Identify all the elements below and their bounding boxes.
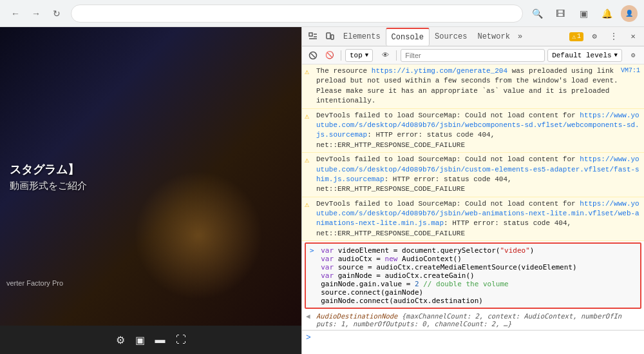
console-warning-1: ⚠ The resource https://i.ytimg.com/gener…	[302, 64, 644, 109]
devtools-inspect-icon[interactable]	[305, 28, 321, 45]
settings-icon[interactable]: ⚙	[116, 334, 125, 346]
prompt-7: >	[310, 297, 314, 305]
prompt-1: >	[310, 246, 314, 255]
nav-buttons: ← → ↻	[6, 5, 66, 23]
code-text-2: var audioCtx = new AudioContext()	[321, 255, 462, 263]
svg-rect-5	[331, 35, 334, 39]
eye-icon[interactable]: 👁	[378, 48, 392, 63]
console-warning-2: ⚠ DevTools failed to load SourceMap: Cou…	[302, 109, 644, 153]
levels-selector[interactable]: Default levels ▼	[547, 49, 622, 62]
code-text-1: var videoElement = document.querySelecto…	[321, 246, 534, 255]
theater-icon[interactable]: ▬	[155, 334, 166, 346]
console-messages[interactable]: ⚠ The resource https://i.ytimg.com/gener…	[302, 64, 644, 354]
warning-count: 1	[577, 33, 581, 40]
console-output: ◀ AudioDestinationNode {maxChannelCount:…	[302, 310, 644, 330]
dt-topbar: Elements Console Sources Network » ⚠ 1 ⚙…	[302, 27, 644, 46]
console-warning-3-text: DevTools failed to load SourceMap: Could…	[316, 155, 640, 195]
avatar[interactable]: 👤	[621, 5, 638, 22]
prompt-2: >	[310, 255, 314, 263]
prompt-4: >	[310, 271, 314, 280]
code-text-7: gainNode.connect(audioCtx.destination)	[321, 297, 483, 305]
toolbar-icons: 🔍 🎞 ▣ 🔔 👤	[528, 5, 638, 23]
address-bar[interactable]	[71, 5, 523, 23]
code-line-5: > gainNode.gain.value = 2 // double the …	[310, 280, 636, 288]
devtools-device-icon[interactable]	[321, 28, 338, 45]
filter-input[interactable]	[401, 49, 545, 62]
console-input-row: >	[302, 330, 644, 344]
more-tabs-icon[interactable]: »	[515, 28, 525, 45]
console-prompt: >	[306, 333, 311, 342]
code-block: > var videoElement = document.querySelec…	[306, 244, 640, 308]
video-watermark: verter Factory Pro	[6, 279, 63, 287]
close-icon[interactable]: ✕	[625, 28, 641, 45]
warning-icon-2: ⚠	[305, 112, 314, 123]
console-warning-2-text: DevTools failed to load SourceMap: Could…	[316, 111, 640, 151]
levels-label: Default levels	[552, 52, 611, 59]
code-line-4: > var gainNode = audioCtx.createGain()	[310, 271, 636, 280]
code-line-6: > source.connect(gainNode)	[310, 288, 636, 297]
reload-button[interactable]: ↻	[48, 5, 66, 23]
toolbar-separator-2	[396, 50, 397, 61]
prompt-6: >	[310, 288, 314, 297]
settings-gear-icon[interactable]: ⚙	[586, 28, 603, 45]
prompt-3: >	[310, 263, 314, 271]
warning-icon-3: ⚠	[305, 155, 314, 166]
devtools-more-icon[interactable]: ⋮	[605, 28, 622, 45]
console-settings-icon[interactable]: ⚙	[626, 48, 640, 63]
warning-link-1[interactable]: https://i.ytimg.com/generate_204	[372, 67, 507, 75]
svg-line-7	[311, 54, 315, 57]
prompt-5: >	[310, 280, 314, 288]
notifications-icon[interactable]: 🔔	[598, 5, 616, 23]
apps-icon[interactable]: ▣	[574, 5, 592, 23]
warning-link-2[interactable]: https://www.youtube.com/s/desktop/4d089b…	[316, 112, 639, 139]
video-icon[interactable]: 🎞	[551, 5, 569, 23]
warning-link-3[interactable]: https://www.youtube.com/s/desktop/4d089b…	[316, 155, 639, 183]
back-button[interactable]: ←	[6, 5, 24, 23]
toolbar-separator-1	[341, 50, 341, 61]
video-text-overlay: スタグラム】 動画形式をご紹介	[0, 155, 97, 198]
network-tab[interactable]: Network	[472, 28, 515, 45]
console-input[interactable]	[314, 333, 640, 342]
forward-button[interactable]: →	[27, 5, 45, 23]
code-line-2: > var audioCtx = new AudioContext()	[310, 255, 636, 263]
filter-icon[interactable]: 🚫	[323, 48, 337, 63]
sources-tab[interactable]: Sources	[430, 28, 472, 45]
video-content: スタグラム】 動画形式をご紹介 verter Factory Pro	[0, 27, 301, 326]
code-line-3: > var source = audioCtx.createMediaEleme…	[310, 263, 636, 271]
location-vm7[interactable]: VM7:1	[621, 66, 640, 75]
code-text-4: var gainNode = audioCtx.createGain()	[321, 271, 474, 280]
console-warning-4-text: DevTools failed to load SourceMap: Could…	[316, 199, 640, 239]
browser-toolbar: ← → ↻ 🔍 🎞 ▣ 🔔 👤	[0, 0, 644, 27]
clear-console-icon[interactable]	[306, 48, 320, 63]
elements-tab[interactable]: Elements	[338, 28, 386, 45]
context-selector[interactable]: top ▼	[345, 49, 373, 62]
main-area: スタグラム】 動画形式をご紹介 verter Factory Pro ⚙ ▣ ▬…	[0, 27, 644, 354]
fullscreen-icon[interactable]: ⛶	[176, 334, 186, 346]
code-text-6: source.connect(gainNode)	[321, 288, 423, 297]
miniplayer-icon[interactable]: ▣	[135, 334, 145, 346]
video-panel: スタグラム】 動画形式をご紹介 verter Factory Pro ⚙ ▣ ▬…	[0, 27, 301, 354]
code-text-3: var source = audioCtx.createMediaElement…	[321, 263, 576, 271]
levels-dropdown-icon: ▼	[614, 52, 618, 59]
warning-badge: ⚠ 1	[569, 32, 583, 41]
warning-icon-4: ⚠	[305, 200, 314, 211]
warning-icon: ⚠	[572, 33, 576, 41]
code-line-7: > gainNode.connect(audioCtx.destination)	[310, 297, 636, 305]
context-value: top	[350, 52, 363, 59]
warning-link-4[interactable]: https://www.youtube.com/s/desktop/4d089b…	[316, 200, 639, 228]
console-warning-4: ⚠ DevTools failed to load SourceMap: Cou…	[302, 197, 644, 242]
video-bg-light	[134, 171, 263, 300]
console-warning-1-text: The resource https://i.ytimg.com/generat…	[316, 66, 640, 106]
console-tab[interactable]: Console	[386, 28, 430, 46]
warning-icon-1: ⚠	[305, 67, 314, 78]
output-arrow: ◀	[306, 312, 314, 320]
console-warning-3: ⚠ DevTools failed to load SourceMap: Cou…	[302, 153, 644, 197]
code-line-1: > var videoElement = document.querySelec…	[310, 246, 636, 255]
svg-rect-0	[309, 33, 312, 36]
dt-top-right: ⚠ 1 ⚙ ⋮ ✕	[569, 28, 641, 45]
video-title-line1: スタグラム】	[10, 161, 87, 177]
code-text-5: gainNode.gain.value = 2 // double the vo…	[321, 280, 508, 288]
search-icon[interactable]: 🔍	[528, 5, 546, 23]
video-controls: ⚙ ▣ ▬ ⛶	[0, 326, 301, 354]
svg-rect-4	[327, 33, 330, 39]
